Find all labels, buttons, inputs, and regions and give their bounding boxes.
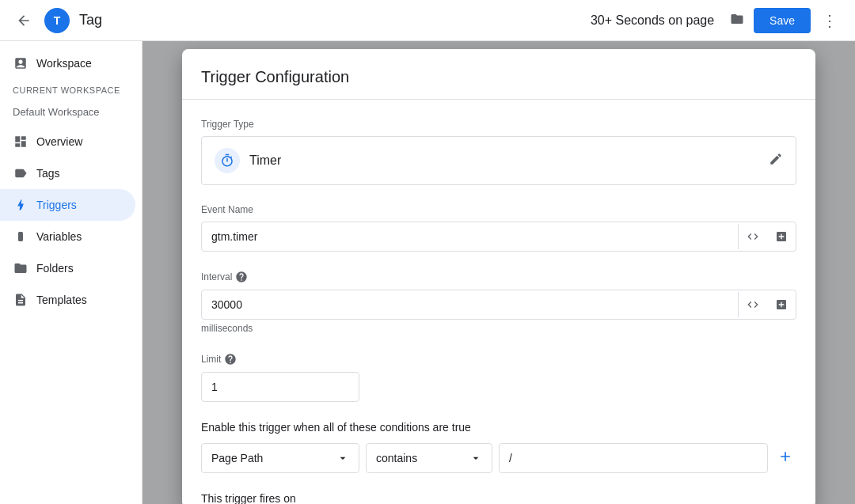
folder-icon <box>730 12 744 29</box>
folders-icon <box>13 260 28 276</box>
fires-on-label: This trigger fires on <box>201 492 796 504</box>
variables-icon <box>13 229 28 244</box>
sidebar-item-folders[interactable]: Folders <box>0 252 135 284</box>
sidebar-item-triggers[interactable]: Triggers <box>0 189 135 221</box>
event-name-input-wrapper <box>201 222 796 252</box>
interval-variable-button[interactable] <box>738 292 767 317</box>
interval-help-icon[interactable] <box>235 271 248 283</box>
condition-operator-label: contains <box>376 452 417 464</box>
sidebar-item-variables[interactable]: Variables <box>0 221 135 252</box>
interval-label-row: Interval <box>201 271 796 283</box>
sidebar-item-tags[interactable]: Tags <box>0 157 135 189</box>
app-name: Tag <box>79 12 102 28</box>
event-name-input[interactable] <box>202 222 738 251</box>
limit-input-wrapper <box>201 372 359 402</box>
sidebar-item-variables-label: Variables <box>36 230 82 243</box>
sidebar-item-workspace-name[interactable]: Default Workspace <box>0 98 135 126</box>
sidebar-item-overview-label: Overview <box>36 135 82 148</box>
top-bar-actions: Save ⋮ <box>754 8 842 33</box>
main-layout: Workspace CURRENT WORKSPACE Default Work… <box>0 41 855 504</box>
overview-icon <box>13 134 28 150</box>
save-button[interactable]: Save <box>754 8 811 33</box>
limit-section: Limit <box>201 353 796 402</box>
limit-input[interactable] <box>202 373 359 401</box>
condition-field-label: Page Path <box>211 452 263 464</box>
interval-input-wrapper <box>201 290 796 320</box>
sidebar-item-templates-label: Templates <box>36 294 87 306</box>
sidebar-section-label: CURRENT WORKSPACE <box>0 79 142 98</box>
trigger-name: 30+ Seconds on page <box>591 13 714 28</box>
conditions-section: Enable this trigger when all of these co… <box>201 421 796 473</box>
sidebar-workspace-name-label: Default Workspace <box>13 106 100 118</box>
limit-help-icon[interactable] <box>224 353 237 366</box>
dialog-body: Trigger Type Timer <box>182 100 815 504</box>
event-name-label: Event Name <box>201 204 796 215</box>
dialog-header: Trigger Configuration <box>182 49 815 100</box>
sidebar-item-folders-label: Folders <box>36 262 74 275</box>
top-bar: T Tag 30+ Seconds on page Save ⋮ <box>0 0 855 41</box>
sidebar-item-triggers-label: Triggers <box>36 199 77 211</box>
more-button[interactable]: ⋮ <box>817 8 842 33</box>
timer-icon-circle <box>215 148 240 173</box>
sidebar-item-overview[interactable]: Overview <box>0 126 135 157</box>
add-condition-button[interactable] <box>774 445 796 472</box>
sidebar-item-tags-label: Tags <box>36 167 60 180</box>
condition-field-select[interactable]: Page Path <box>201 443 359 473</box>
sidebar-item-workspace[interactable]: Workspace <box>0 47 135 79</box>
content-area: Trigger Configuration Trigger Type <box>142 41 855 504</box>
trigger-type-section: Trigger Type Timer <box>201 119 796 185</box>
interval-section: Interval <box>201 271 796 334</box>
trigger-type-name: Timer <box>249 153 281 168</box>
back-button[interactable] <box>13 9 35 32</box>
chevron-down-icon-2 <box>469 452 482 464</box>
condition-row: Page Path contains <box>201 443 796 473</box>
trigger-type-box[interactable]: Timer <box>201 136 796 185</box>
templates-icon <box>13 292 28 308</box>
dialog-overlay: Trigger Configuration Trigger Type <box>142 41 855 504</box>
conditions-label: Enable this trigger when all of these co… <box>201 421 796 434</box>
interval-insert-button[interactable] <box>767 292 796 317</box>
event-name-insert-button[interactable] <box>767 224 796 249</box>
limit-label: Limit <box>201 354 221 365</box>
app-logo: T <box>44 8 70 33</box>
interval-label: Interval <box>201 271 232 282</box>
event-name-variable-button[interactable] <box>738 224 767 249</box>
condition-operator-select[interactable]: contains <box>366 443 492 473</box>
trigger-type-label: Trigger Type <box>201 119 796 130</box>
interval-unit: milliseconds <box>201 323 796 334</box>
sidebar: Workspace CURRENT WORKSPACE Default Work… <box>0 41 142 504</box>
event-name-section: Event Name <box>201 204 796 252</box>
dialog-title: Trigger Configuration <box>201 68 796 86</box>
chevron-down-icon <box>336 452 349 464</box>
trigger-config-dialog: Trigger Configuration Trigger Type <box>182 49 815 504</box>
fires-on-section: This trigger fires on All Timers Some Ti… <box>201 492 796 504</box>
workspace-icon <box>13 55 28 71</box>
sidebar-item-workspace-label: Workspace <box>36 57 92 70</box>
sidebar-item-templates[interactable]: Templates <box>0 284 135 316</box>
triggers-icon <box>13 197 28 213</box>
trigger-type-left: Timer <box>215 148 281 173</box>
interval-input[interactable] <box>202 290 738 319</box>
limit-label-row: Limit <box>201 353 796 366</box>
tags-icon <box>13 165 28 181</box>
condition-value-input[interactable] <box>499 443 768 473</box>
edit-trigger-type-button[interactable] <box>769 152 783 170</box>
